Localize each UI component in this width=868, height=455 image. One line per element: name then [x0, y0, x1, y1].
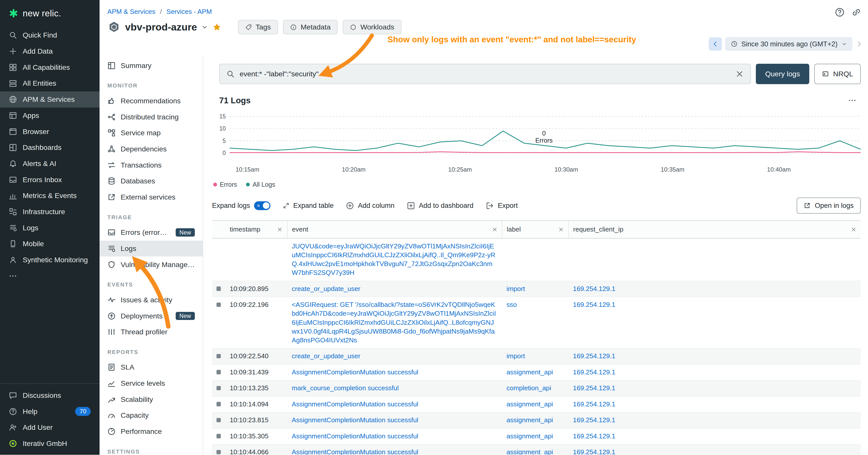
global-nav-item-dashboards[interactable]: Dashboards	[0, 139, 99, 156]
cell-request-client-ip[interactable]: 169.254.129.1	[568, 380, 861, 396]
cell-timestamp[interactable]: 10:10:44.066	[225, 444, 287, 455]
log-row[interactable]: 10:09:22.540create_or_update_userimport1…	[212, 348, 861, 364]
cell-request-client-ip[interactable]: 169.254.129.1	[568, 281, 861, 297]
global-nav-item-synthetic-monitoring[interactable]: Synthetic Monitoring	[0, 252, 99, 268]
local-nav-item-external-services[interactable]: External services	[99, 189, 203, 205]
breadcrumb-link-apm-services[interactable]: APM & Services	[107, 8, 155, 15]
expand-table-button[interactable]: Expand table	[283, 201, 334, 209]
local-nav-item-logs[interactable]: Logs	[99, 240, 203, 257]
local-nav-item-recommendations[interactable]: Recommendations	[99, 93, 203, 109]
cell-event[interactable]: AssignmentCompletionMutation successful	[287, 444, 502, 455]
add-column-button[interactable]: Add column	[346, 201, 395, 210]
global-footer-item-help[interactable]: Help70	[0, 403, 99, 420]
cell-request-client-ip[interactable]: 169.254.129.1	[568, 364, 861, 380]
global-nav-item-mobile[interactable]: Mobile	[0, 236, 99, 252]
cell-timestamp[interactable]: 10:09:31.439	[225, 364, 287, 380]
row-select-handle[interactable]	[217, 370, 221, 375]
local-nav-item-sla[interactable]: SLA	[99, 359, 203, 376]
cell-label[interactable]: sso	[502, 297, 568, 348]
cell-event[interactable]: AssignmentCompletionMutation successful	[287, 428, 502, 444]
cell-event[interactable]: AssignmentCompletionMutation successful	[287, 396, 502, 412]
row-select-handle[interactable]	[217, 354, 221, 358]
log-row[interactable]: 10:10:44.066AssignmentCompletionMutation…	[212, 444, 861, 455]
legend-item-all-logs[interactable]: All Logs	[246, 181, 275, 188]
cell-request-client-ip[interactable]: 169.254.129.1	[568, 444, 861, 455]
cell-request-client-ip[interactable]: 169.254.129.1	[568, 428, 861, 444]
copy-link-icon[interactable]	[851, 7, 862, 18]
global-nav-item-apm-services[interactable]: APM & Services	[0, 92, 99, 107]
log-row[interactable]: 10:10:13.235mark_course_completion succe…	[212, 380, 861, 396]
global-nav-item-browser[interactable]: Browser	[0, 124, 99, 139]
cell-timestamp[interactable]: 10:10:14.094	[225, 396, 287, 412]
new-relic-logo[interactable]: new relic.	[0, 0, 99, 27]
cell-event[interactable]: create_or_update_user	[287, 348, 502, 364]
cell-label[interactable]: import	[502, 348, 568, 364]
global-nav-item-logs[interactable]: Logs	[0, 220, 99, 236]
global-footer-item-add-user[interactable]: Add User	[0, 420, 99, 435]
export-button[interactable]: Export	[486, 201, 518, 210]
cell-label[interactable]: assignment_api	[502, 444, 568, 455]
log-row[interactable]: 10:10:35.305AssignmentCompletionMutation…	[212, 428, 861, 444]
global-nav-item-all-capabilities[interactable]: All Capabilities	[0, 59, 99, 75]
global-nav-item-alerts-ai[interactable]: Alerts & AI	[0, 156, 99, 172]
cell-request-client-ip[interactable]: 169.254.129.1	[568, 348, 861, 364]
cell-timestamp[interactable]: 10:10:13.235	[225, 380, 287, 396]
remove-column-request-client-ip-icon[interactable]	[851, 227, 857, 232]
cell-timestamp[interactable]: 10:10:23.815	[225, 412, 287, 428]
global-footer-item-discussions[interactable]: Discussions	[0, 388, 99, 403]
log-row[interactable]: 10:09:20.895create_or_update_userimport1…	[212, 281, 861, 297]
cell-timestamp[interactable]: 10:09:22.196	[225, 297, 287, 348]
time-picker[interactable]: Since 30 minutes ago (GMT+2)	[725, 37, 852, 51]
global-nav-item-errors-inbox[interactable]: Errors Inbox	[0, 171, 99, 188]
expand-logs-toggle[interactable]	[254, 201, 271, 210]
local-nav-item-thread-profiler[interactable]: Thread profiler	[99, 324, 203, 340]
workloads-button[interactable]: Workloads	[343, 20, 402, 34]
entity-switcher-chevron-icon[interactable]	[202, 24, 208, 31]
breadcrumb-link-services-apm[interactable]: Services - APM	[166, 8, 212, 15]
legend-item-errors[interactable]: Errors	[213, 181, 237, 188]
logs-options-menu-icon[interactable]	[848, 96, 857, 104]
cell-timestamp[interactable]: 10:09:22.540	[225, 348, 287, 364]
log-search-field[interactable]	[219, 64, 751, 84]
remove-column-label-icon[interactable]	[558, 227, 564, 232]
open-in-logs-button[interactable]: Open in logs	[797, 197, 861, 214]
help-circle-icon[interactable]	[835, 7, 845, 18]
cell-request-client-ip[interactable]: 169.254.129.1	[568, 396, 861, 412]
log-row[interactable]: JUQVU&code=eyJraWQiOiJjcGltY29yZV8wOTl1M…	[212, 238, 861, 281]
row-select-handle[interactable]	[217, 386, 221, 390]
local-nav-item-distributed-tracing[interactable]: Distributed tracing	[99, 109, 203, 125]
global-footer-item-iterativ-gmbh[interactable]: Iterativ GmbH	[0, 435, 99, 452]
add-to-dashboard-button[interactable]: Add to dashboard	[407, 201, 473, 210]
time-forward-button[interactable]	[856, 40, 863, 47]
cell-event[interactable]: AssignmentCompletionMutation successful	[287, 364, 502, 380]
cell-label[interactable]: completion_api	[502, 380, 568, 396]
cell-request-client-ip[interactable]: 169.254.129.1	[568, 412, 861, 428]
cell-label[interactable]: assignment_api	[502, 364, 568, 380]
tags-button[interactable]: Tags	[238, 20, 278, 34]
log-row[interactable]: 10:10:14.094AssignmentCompletionMutation…	[212, 396, 861, 412]
cell-event[interactable]: JUQVU&code=eyJraWQiOiJjcGltY29yZV8wOTl1M…	[287, 238, 502, 281]
cell-label[interactable]: import	[502, 281, 568, 297]
global-nav-item-more[interactable]	[0, 268, 99, 284]
row-select-handle[interactable]	[217, 302, 221, 307]
cell-timestamp[interactable]: 10:09:20.895	[225, 281, 287, 297]
cell-event[interactable]: create_or_update_user	[287, 281, 502, 297]
local-nav-item-service-map[interactable]: Service map	[99, 125, 203, 141]
nrql-button[interactable]: NRQL	[814, 64, 861, 84]
global-nav-item-apps[interactable]: Apps	[0, 107, 99, 124]
log-row[interactable]: 10:09:31.439AssignmentCompletionMutation…	[212, 364, 861, 380]
local-nav-item-dependencies[interactable]: Dependencies	[99, 141, 203, 157]
cell-request-client-ip[interactable]: 169.254.129.1	[568, 297, 861, 348]
cell-label[interactable]: assignment_api	[502, 428, 568, 444]
local-nav-item-service-levels[interactable]: Service levels	[99, 376, 203, 391]
row-select-handle[interactable]	[217, 418, 221, 422]
local-nav-item-summary[interactable]: Summary	[99, 58, 203, 73]
cell-label[interactable]: assignment_api	[502, 396, 568, 412]
cell-event[interactable]: <ASGIRequest: GET '/sso/callback/?state=…	[287, 297, 502, 348]
log-row[interactable]: 10:09:22.196<ASGIRequest: GET '/sso/call…	[212, 297, 861, 348]
row-select-handle[interactable]	[217, 287, 221, 291]
global-nav-item-metrics-events[interactable]: Metrics & Events	[0, 188, 99, 204]
log-search-input[interactable]	[240, 70, 731, 78]
cell-event[interactable]: mark_course_completion successful	[287, 380, 502, 396]
cell-label[interactable]: assignment_api	[502, 412, 568, 428]
